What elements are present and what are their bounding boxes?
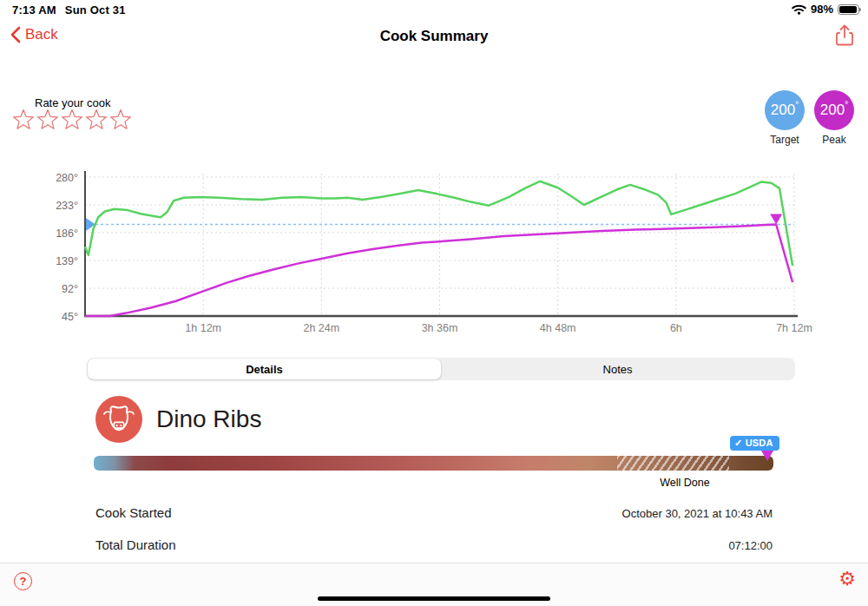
- peak-marker: [770, 214, 782, 224]
- beef-icon: [95, 396, 142, 443]
- rate-your-cook-label: Rate your cook: [35, 96, 110, 109]
- svg-text:4h 48m: 4h 48m: [540, 322, 576, 334]
- internal-temp-line: [85, 225, 792, 317]
- doneness-hatch-range: [617, 456, 729, 471]
- total-duration-label: Total Duration: [95, 537, 176, 552]
- status-date: Sun Oct 31: [65, 3, 126, 16]
- svg-text:1h 12m: 1h 12m: [185, 322, 221, 334]
- temperature-chart: 280°233°186°139°92°45°1h 12m2h 24m3h 36m…: [50, 167, 814, 340]
- page-title: Cook Summary: [0, 28, 868, 45]
- status-time-date: 7:13 AMSun Oct 31: [12, 3, 126, 16]
- star-icon[interactable]: [61, 109, 83, 131]
- star-icon[interactable]: [36, 109, 59, 131]
- svg-text:3h 36m: 3h 36m: [422, 322, 458, 334]
- svg-text:186°: 186°: [56, 227, 78, 240]
- tab-details[interactable]: Details: [88, 359, 441, 379]
- battery-percent: 98%: [811, 3, 833, 16]
- peak-temp-badge: 200° Peak: [814, 90, 854, 146]
- total-duration-row: Total Duration 07:12:00: [95, 537, 773, 558]
- battery-icon: [838, 4, 859, 15]
- star-icon[interactable]: [12, 109, 35, 131]
- usda-badge[interactable]: ✓ USDA: [730, 436, 779, 451]
- target-temp-value: 200: [771, 90, 795, 130]
- share-icon[interactable]: [833, 23, 856, 48]
- ambient-temp-line: [85, 181, 792, 266]
- peak-temp-label: Peak: [814, 134, 854, 146]
- svg-text:233°: 233°: [56, 200, 78, 212]
- help-icon[interactable]: ?: [14, 572, 32, 590]
- details-notes-segmented-control: Details Notes: [87, 358, 795, 380]
- star-icon[interactable]: [85, 109, 108, 131]
- svg-text:6h: 6h: [670, 322, 682, 334]
- svg-text:45°: 45°: [62, 311, 78, 323]
- tab-notes[interactable]: Notes: [441, 359, 794, 379]
- total-duration-value: 07:12:00: [728, 539, 773, 552]
- star-icon[interactable]: [109, 109, 132, 131]
- status-time: 7:13 AM: [12, 3, 56, 16]
- cook-summary-screen: 7:13 AMSun Oct 31 98% Back Cook Summary: [0, 0, 868, 606]
- home-indicator[interactable]: [318, 596, 550, 601]
- peak-marker-pin: [761, 451, 773, 461]
- peak-temp-circle: 200°: [814, 90, 854, 130]
- cook-started-row: Cook Started October 30, 2021 at 10:43 A…: [95, 505, 773, 526]
- doneness-bar: [94, 456, 773, 471]
- svg-text:2h 24m: 2h 24m: [303, 322, 339, 334]
- cook-started-label: Cook Started: [95, 505, 172, 520]
- svg-text:7h 12m: 7h 12m: [776, 322, 812, 334]
- peak-temp-value: 200: [820, 90, 845, 130]
- svg-text:92°: 92°: [62, 283, 78, 295]
- status-bar: 7:13 AMSun Oct 31 98%: [0, 0, 868, 19]
- wifi-icon: [792, 4, 806, 15]
- doneness-label: Well Done: [628, 477, 741, 489]
- cook-header: Dino Ribs: [95, 396, 261, 443]
- settings-gear-icon[interactable]: ⚙: [838, 568, 856, 590]
- svg-text:139°: 139°: [56, 255, 78, 267]
- star-rating[interactable]: [12, 109, 132, 131]
- cook-name: Dino Ribs: [156, 405, 261, 433]
- target-temp-label: Target: [765, 134, 805, 146]
- target-temp-badge: 200° Target: [765, 90, 805, 146]
- nav-bar: Back Cook Summary: [0, 19, 868, 54]
- svg-text:280°: 280°: [56, 172, 78, 184]
- cook-started-value: October 30, 2021 at 10:43 AM: [622, 507, 773, 520]
- target-temp-circle: 200°: [765, 90, 805, 130]
